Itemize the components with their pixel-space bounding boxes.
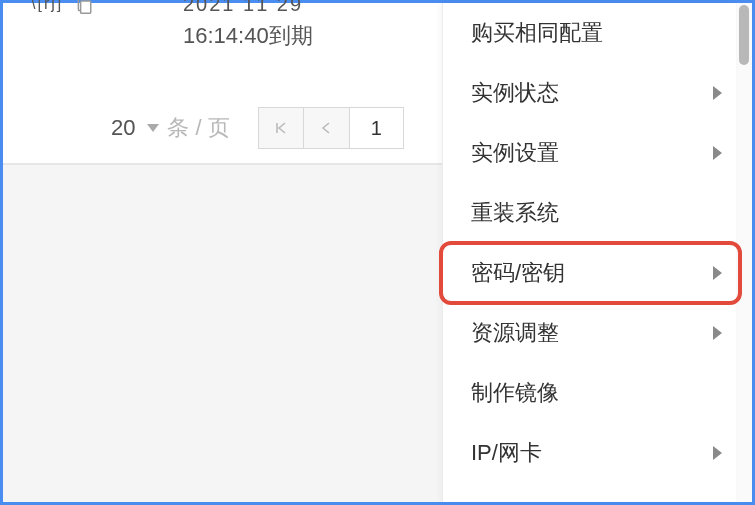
menu-item-resource-adjust[interactable]: 资源调整 (443, 303, 736, 363)
page-size-value: 20 (111, 115, 135, 141)
chevron-right-icon (713, 86, 722, 100)
per-page-label: 条 / 页 (167, 113, 229, 143)
menu-item-label: 资源调整 (471, 318, 559, 348)
page-number-input[interactable] (350, 107, 404, 149)
expiry-time: 16:14:40到期 (183, 21, 313, 51)
menu-item-buy-same-config[interactable]: 购买相同配置 (443, 3, 736, 63)
menu-item-instance-settings[interactable]: 实例设置 (443, 123, 736, 183)
chevron-right-icon (713, 446, 722, 460)
app-frame: \[rj] 2021 11 29 16:14:40到期 20 条 / 页 购买相… (0, 0, 755, 505)
menu-item-create-image[interactable]: 制作镜像 (443, 363, 736, 423)
menu-item-label: 购买相同配置 (471, 18, 603, 48)
menu-item-label: 密码/密钥 (471, 258, 565, 288)
menu-item-password-key[interactable]: 密码/密钥 (443, 243, 736, 303)
chevron-right-icon (713, 266, 722, 280)
svg-rect-1 (81, 1, 91, 13)
menu-item-label: 重装系统 (471, 198, 559, 228)
copy-icon[interactable] (75, 0, 93, 15)
menu-item-label: 实例设置 (471, 138, 559, 168)
menu-item-label: IP/网卡 (471, 438, 542, 468)
page-size-select[interactable]: 20 条 / 页 (111, 113, 230, 143)
row-id-fragment: \[rj] (31, 0, 63, 13)
prev-page-button[interactable] (304, 107, 350, 149)
scrollbar-thumb[interactable] (739, 5, 749, 65)
pagination-nav (258, 107, 404, 149)
vertical-scrollbar[interactable] (736, 3, 752, 502)
first-page-button[interactable] (258, 107, 304, 149)
context-menu: 购买相同配置 实例状态 实例设置 重装系统 密码/密钥 资源调整 制作镜像 (442, 3, 736, 502)
expiry-date: 2021 11 29 (183, 0, 303, 16)
menu-item-label: 实例状态 (471, 78, 559, 108)
menu-item-instance-state[interactable]: 实例状态 (443, 63, 736, 123)
menu-item-label: 制作镜像 (471, 378, 559, 408)
chevron-right-icon (713, 326, 722, 340)
chevron-right-icon (713, 146, 722, 160)
menu-item-ip-nic[interactable]: IP/网卡 (443, 423, 736, 483)
chevron-down-icon (147, 124, 159, 132)
menu-item-reinstall-system[interactable]: 重装系统 (443, 183, 736, 243)
